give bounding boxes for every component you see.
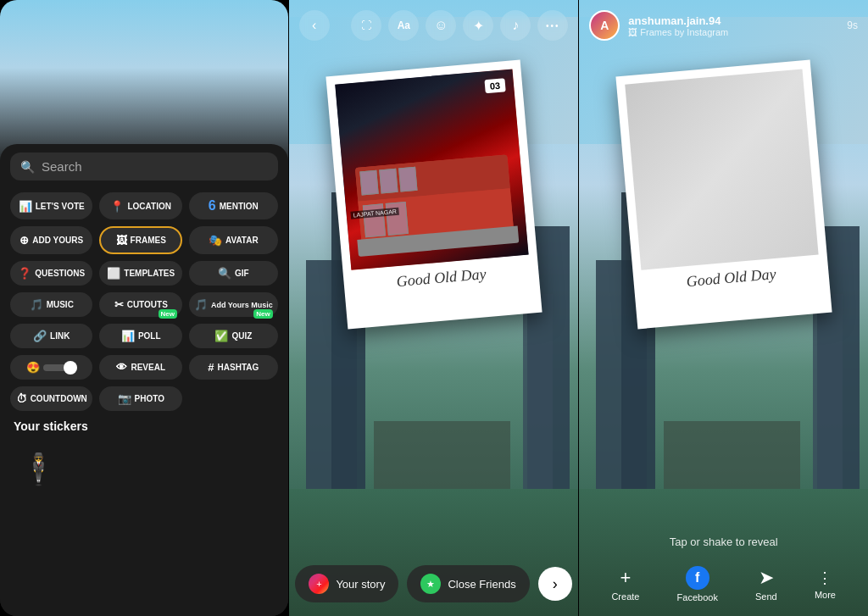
toolbar-icons: ⛶ Aa ☺ ✦ ♪ ••• xyxy=(351,10,568,41)
send-icon: ➤ xyxy=(759,567,774,589)
sticker-label-questions: QUESTIONS xyxy=(35,269,85,278)
sticker-label-add-yours-music: Add Yours Music xyxy=(211,301,273,309)
sticker-btn-music[interactable]: 🎵 MUSIC xyxy=(10,292,92,317)
sticker-label-location: LOCATION xyxy=(127,202,170,211)
sticker-btn-photo[interactable]: 📷 PHOTO xyxy=(99,386,182,411)
sticker-label-link: LINK xyxy=(50,331,70,341)
sticker-label-avatar: AVATAR xyxy=(225,236,259,245)
back-button[interactable]: ‹ xyxy=(299,10,330,41)
questions-icon: ❓ xyxy=(18,267,31,280)
sticker-label-photo: PHOTO xyxy=(135,394,164,403)
tap-hint: Tap or shake to reveal xyxy=(579,536,868,548)
frames-icon: 🖼 xyxy=(628,27,637,37)
your-sticker-preview: 🕴 xyxy=(17,440,59,499)
more-action[interactable]: ⋮ More xyxy=(815,569,836,600)
user-avatar: A xyxy=(589,10,620,41)
search-placeholder: Search xyxy=(42,159,82,174)
expand-icon: ⛶ xyxy=(361,19,371,31)
close-friends-icon: ★ xyxy=(420,574,441,594)
frames-by-instagram: Frames by Instagram xyxy=(640,27,728,37)
sticker-btn-link[interactable]: 🔗 LINK xyxy=(10,324,92,348)
facebook-action[interactable]: f Facebook xyxy=(677,566,718,602)
sticker-btn-cutouts[interactable]: ✂ CUTOUTS New xyxy=(99,292,182,317)
sticker-tray-panel: 🔍 Search 📊 LET'S VOTE 📍 LOCATION 6 MENTI… xyxy=(0,0,288,616)
story-preview-panel: A anshuman.jain.94 🖼 Frames by Instagram… xyxy=(579,0,868,616)
sticker-button[interactable]: ☺ xyxy=(426,10,456,41)
photo-icon: 📷 xyxy=(118,392,131,405)
text-button[interactable]: Aa xyxy=(388,10,419,41)
more-icon: ⋮ xyxy=(817,569,832,587)
user-info: anshuman.jain.94 🖼 Frames by Instagram xyxy=(628,14,838,37)
sticker-face-icon: ☺ xyxy=(434,18,448,33)
send-label: Send xyxy=(755,591,777,602)
sticker-btn-reveal[interactable]: 👁 REVEAL xyxy=(99,355,182,380)
hashtag-icon: # xyxy=(208,361,214,374)
sticker-search-bar[interactable]: 🔍 Search xyxy=(10,153,278,180)
sticker-btn-hashtag[interactable]: # HASHTAG xyxy=(189,355,278,380)
your-stickers-label: Your stickers xyxy=(14,419,278,433)
polaroid-frame[interactable]: 03 LAJPAT NAGAR Good Old Day xyxy=(326,60,542,330)
close-friends-button[interactable]: ★ Close Friends xyxy=(407,565,529,602)
sticker-label-cutouts: CUTOUTS xyxy=(127,300,168,309)
emoji-slider-icon: 😍 xyxy=(26,361,40,374)
sticker-btn-add-yours-music[interactable]: 🎵 Add Yours Music New xyxy=(189,292,278,317)
sticker-btn-countdown[interactable]: ⏱ COUNTDOWN xyxy=(10,386,92,411)
frames-icon: 🖼 xyxy=(116,234,127,247)
avatar-icon: 🎭 xyxy=(209,234,222,247)
sticker-btn-location[interactable]: 📍 LOCATION xyxy=(99,192,182,219)
sticker-btn-frames[interactable]: 🖼 FRAMES xyxy=(99,226,182,254)
story-header: A anshuman.jain.94 🖼 Frames by Instagram… xyxy=(579,10,868,41)
more-dots-icon: ••• xyxy=(546,21,560,31)
link-icon: 🔗 xyxy=(33,330,47,342)
more-label: More xyxy=(815,590,836,600)
sticker-label-mention: MENTION xyxy=(220,202,259,211)
music-icon: 🎵 xyxy=(30,298,43,311)
sticker-btn-gif[interactable]: 🔍 GIF xyxy=(189,261,278,286)
username: anshuman.jain.94 xyxy=(628,14,838,27)
panel2-toolbar: ‹ ⛶ Aa ☺ ✦ ♪ ••• xyxy=(289,10,579,41)
templates-icon: ⬜ xyxy=(107,267,120,280)
reveal-polaroid-image xyxy=(625,69,818,269)
sticker-btn-lets-vote[interactable]: 📊 LET'S VOTE xyxy=(10,192,92,219)
sticker-btn-add-yours[interactable]: ⊕ ADD YOURS xyxy=(10,226,92,254)
send-action[interactable]: ➤ Send xyxy=(755,567,777,602)
next-arrow-icon: › xyxy=(553,575,558,593)
cutouts-icon: ✂ xyxy=(114,298,124,311)
panel1-content: 🔍 Search 📊 LET'S VOTE 📍 LOCATION 6 MENTI… xyxy=(0,0,288,616)
your-story-icon: + xyxy=(309,574,329,594)
create-label: Create xyxy=(611,591,639,602)
create-action[interactable]: + Create xyxy=(611,567,639,602)
sticker-label-music: MUSIC xyxy=(47,300,74,309)
facebook-icon: f xyxy=(686,566,709,590)
search-icon: 🔍 xyxy=(20,160,35,174)
reveal-icon: 👁 xyxy=(116,361,127,374)
sticker-btn-emoji-slider[interactable]: 😍 xyxy=(10,355,92,380)
frames-label: 🖼 Frames by Instagram xyxy=(628,27,838,37)
expand-button[interactable]: ⛶ xyxy=(351,10,381,41)
cutouts-new-badge: New xyxy=(159,309,177,319)
story-share-bar: + Your story ★ Close Friends › xyxy=(289,565,579,602)
sticker-btn-templates[interactable]: ⬜ TEMPLATES xyxy=(99,261,182,286)
sticker-bottom-sheet: 🔍 Search 📊 LET'S VOTE 📍 LOCATION 6 MENTI… xyxy=(0,144,288,616)
your-story-button[interactable]: + Your story xyxy=(295,565,398,602)
effects-button[interactable]: ✦ xyxy=(463,10,493,41)
next-button[interactable]: › xyxy=(538,567,572,601)
sticker-label-frames: FRAMES xyxy=(131,236,166,245)
sticker-btn-avatar[interactable]: 🎭 AVATAR xyxy=(189,226,278,254)
sticker-label-hashtag: HASHTAG xyxy=(218,363,259,372)
add-yours-icon: ⊕ xyxy=(19,234,29,247)
back-icon: ‹ xyxy=(312,18,316,33)
polaroid-image: 03 LAJPAT NAGAR xyxy=(335,69,528,269)
poll-icon: 📊 xyxy=(121,330,135,342)
sticker-btn-questions[interactable]: ❓ QUESTIONS xyxy=(10,261,92,286)
reveal-polaroid-frame[interactable]: Good Old Day xyxy=(615,60,832,330)
music-button[interactable]: ♪ xyxy=(500,10,531,41)
text-icon: Aa xyxy=(398,19,410,31)
tap-hint-text: Tap or shake to reveal xyxy=(670,536,778,548)
sticker-btn-quiz[interactable]: ✅ QUIZ xyxy=(189,324,278,348)
more-button[interactable]: ••• xyxy=(537,10,568,41)
story-editor-panel: ‹ ⛶ Aa ☺ ✦ ♪ ••• xyxy=(289,0,579,616)
sticker-btn-poll[interactable]: 📊 POLL xyxy=(99,324,182,348)
music-note-icon: ♪ xyxy=(512,18,519,33)
sticker-btn-mention[interactable]: 6 MENTION xyxy=(189,192,278,219)
